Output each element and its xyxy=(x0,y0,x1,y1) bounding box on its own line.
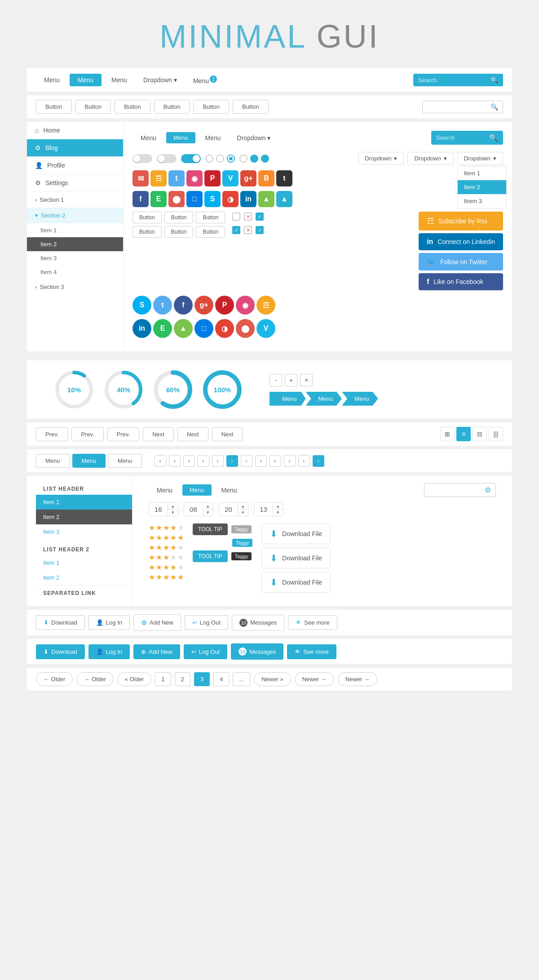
radio-6-filled[interactable] xyxy=(261,155,269,163)
older-btn-1[interactable]: ← Older xyxy=(36,672,73,686)
nav-badge-item[interactable]: Menu2 xyxy=(185,73,225,87)
radio-4[interactable] xyxy=(239,155,247,163)
list-item-2-dark[interactable]: Item 2 xyxy=(36,510,132,524)
inner-nav-1[interactable]: Menu xyxy=(133,132,164,144)
view-barcode[interactable]: ||| xyxy=(489,427,503,441)
icon-tumblr[interactable]: t xyxy=(276,170,292,186)
small-btn-4[interactable]: Button xyxy=(133,226,162,238)
stepper-close[interactable]: × xyxy=(300,374,313,386)
sidebar-item-home[interactable]: ⌂ Home xyxy=(27,122,123,139)
small-btn-1[interactable]: Button xyxy=(133,212,162,223)
toggle-3[interactable] xyxy=(181,154,201,163)
logout-action-btn-1[interactable]: ↩ Log Out xyxy=(185,615,228,630)
nav2-menu-3[interactable]: Menu xyxy=(108,454,142,468)
older-btn-3[interactable]: « Older xyxy=(117,672,152,686)
sidebar-section-2[interactable]: ▾ Section 2 xyxy=(27,208,123,223)
login-action-btn-1[interactable]: 👤 Log In xyxy=(88,615,130,630)
radio-2[interactable] xyxy=(216,155,224,163)
btn-6[interactable]: Button xyxy=(233,100,269,114)
round-rss[interactable]: ☶ xyxy=(256,296,275,315)
cb-2-x[interactable]: ✕ xyxy=(244,213,252,221)
list-item-5-link[interactable]: Item 2 xyxy=(36,570,132,585)
inner-search-input[interactable] xyxy=(436,134,486,141)
view-grid[interactable]: ⊞ xyxy=(440,427,455,441)
next-1[interactable]: Next xyxy=(143,427,174,441)
small-btn-3[interactable]: Button xyxy=(196,212,225,223)
time-up-frames[interactable]: ▲ xyxy=(273,503,283,510)
search-input-secondary[interactable] xyxy=(427,103,488,110)
arrow-menu-3[interactable]: Menu xyxy=(342,392,378,406)
icon-dropbox[interactable]: □ xyxy=(186,191,203,207)
page-num-1[interactable]: 1 xyxy=(155,672,171,686)
icon-pinterest[interactable]: P xyxy=(204,170,221,186)
sidebar-section-1[interactable]: › Section 1 xyxy=(27,192,123,208)
small-btn-2[interactable]: Button xyxy=(164,212,194,223)
round-pinterest[interactable]: P xyxy=(215,296,234,315)
icon-dribbble[interactable]: ◉ xyxy=(186,170,203,186)
inner-nav-2-active[interactable]: Menu xyxy=(166,132,195,143)
round-linkedin[interactable]: in xyxy=(133,319,151,338)
add-new-action-btn-2[interactable]: ⊕ Add New xyxy=(133,644,180,659)
round-twitter[interactable]: t xyxy=(153,296,172,315)
round-google[interactable]: g+ xyxy=(194,296,213,315)
search-box-primary[interactable]: 🔍 xyxy=(413,74,503,86)
sidebar-item-profile[interactable]: 👤 Profile xyxy=(27,157,123,174)
inner-nav-3[interactable]: Menu xyxy=(197,132,229,144)
icon-facebook[interactable]: f xyxy=(133,191,149,207)
cb-4-checked[interactable]: ✓ xyxy=(232,226,240,234)
prev-2[interactable]: Prev. xyxy=(71,427,103,441)
page-num-4[interactable]: 4 xyxy=(213,672,229,686)
cb-3-checked[interactable]: ✓ xyxy=(256,213,264,221)
stepper-minus[interactable]: - xyxy=(270,374,282,386)
time-up-hours[interactable]: ▲ xyxy=(168,503,178,510)
icon-flickr[interactable]: ⬤ xyxy=(168,191,185,207)
search-input-primary[interactable] xyxy=(418,77,488,84)
next-3[interactable]: Next xyxy=(212,427,243,441)
prev-3[interactable]: Prev. xyxy=(107,427,139,441)
btn-1[interactable]: Button xyxy=(36,100,72,114)
nav-menu-1[interactable]: Menu xyxy=(36,74,68,86)
download-action-btn-1[interactable]: ⬇ Download xyxy=(36,615,85,630)
nav-dropdown-1[interactable]: Dropdown ▾ xyxy=(137,74,183,86)
radio-1[interactable] xyxy=(205,155,213,163)
arrow-menu-1[interactable]: Menu xyxy=(270,392,306,406)
download-btn-3[interactable]: ⬇ Download File xyxy=(261,572,331,593)
see-more-action-btn-2[interactable]: 👁 See more xyxy=(287,644,336,659)
icon-email[interactable]: ✉ xyxy=(133,170,149,186)
time-up-seconds[interactable]: ▲ xyxy=(238,503,248,510)
search-box-secondary[interactable]: 🔍 xyxy=(422,101,503,113)
next-2[interactable]: Next xyxy=(177,427,208,441)
icon-skype[interactable]: S xyxy=(204,191,221,207)
toggle-2[interactable] xyxy=(157,154,177,163)
inner-search[interactable]: 🔍 xyxy=(431,131,503,145)
round-dribbble[interactable]: ◉ xyxy=(236,296,255,315)
icon-blogger[interactable]: B xyxy=(258,170,274,186)
nav-menu-2-active[interactable]: Menu xyxy=(70,74,102,86)
nav-menu-3[interactable]: Menu xyxy=(103,74,135,86)
list-item-1-active[interactable]: Item 1 xyxy=(36,495,132,510)
page-nav-right-2[interactable]: › xyxy=(198,455,209,467)
messages-action-btn-1[interactable]: 10 Messages xyxy=(232,615,284,631)
sidebar-sub-item1[interactable]: Item 1 xyxy=(27,223,123,237)
time-up-minutes[interactable]: ▲ xyxy=(203,503,213,510)
icon-android1[interactable]: ▲ xyxy=(258,191,274,207)
sidebar-sub-item3[interactable]: Item 3 xyxy=(27,251,123,265)
radio-5-filled[interactable] xyxy=(250,155,258,163)
download-btn-1[interactable]: ⬇ Download File xyxy=(261,523,331,544)
list-nav-2-active[interactable]: Menu xyxy=(182,484,212,496)
subscribe-rss-btn[interactable]: ☶ Subscribe by Rss xyxy=(419,212,503,231)
page-dot-left-3[interactable]: ‹ xyxy=(298,455,310,467)
icon-rss[interactable]: ☶ xyxy=(150,170,167,186)
round-google2[interactable]: ◑ xyxy=(215,319,234,338)
download-action-btn-2[interactable]: ⬇ Download xyxy=(36,644,85,659)
time-down-minutes[interactable]: ▼ xyxy=(203,510,213,515)
page-nav-right-1[interactable]: › xyxy=(169,455,181,467)
nav2-menu-1[interactable]: Menu xyxy=(36,454,70,468)
older-btn-2[interactable]: ← Older xyxy=(76,672,113,686)
icon-twitter[interactable]: t xyxy=(168,170,185,186)
round-android[interactable]: ▲ xyxy=(174,319,193,338)
facebook-btn[interactable]: f Like on Facebook xyxy=(419,273,503,290)
icon-google-photos[interactable]: ◑ xyxy=(222,191,239,207)
list-nav-1[interactable]: Menu xyxy=(149,484,181,497)
page-dot-left-2[interactable]: ‹ xyxy=(270,455,281,467)
